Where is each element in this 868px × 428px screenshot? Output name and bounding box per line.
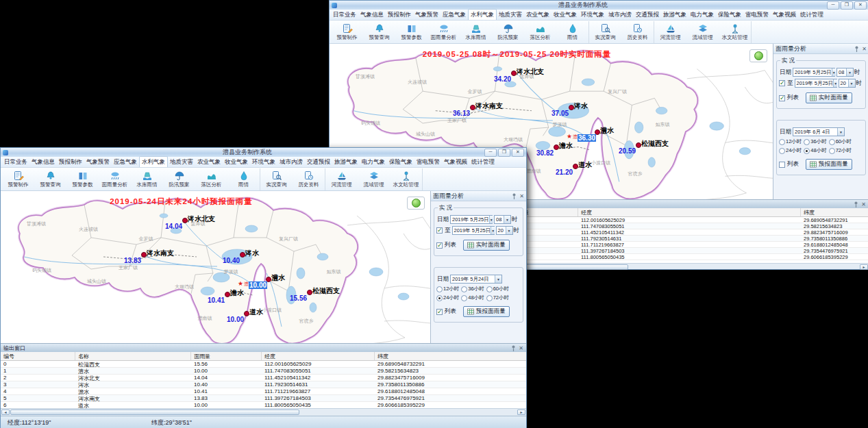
forecast-hours-radio[interactable]: 24小时: [779, 147, 802, 154]
ribbon-tab[interactable]: 统计管理: [469, 157, 497, 167]
tool-rain-info[interactable]: 雨情: [227, 168, 260, 190]
obs-date2-select[interactable]: 2019年 5月25日▼: [452, 226, 495, 235]
forecast-date-select[interactable]: 2019年 5月24日▼: [450, 275, 502, 284]
pin-icon[interactable]: [854, 201, 858, 207]
tool-alert-create[interactable]: 预警制作: [2, 168, 34, 190]
obs-list-checkbox[interactable]: [436, 242, 443, 249]
to-checkbox[interactable]: [779, 80, 785, 86]
obs-hour-from-select[interactable]: 08▼: [836, 68, 854, 77]
ribbon-tab[interactable]: 城市内涝: [606, 10, 634, 20]
tool-area-rainfall[interactable]: 面雨量分析: [99, 168, 131, 190]
ribbon-tab[interactable]: 气象信息: [358, 10, 386, 20]
ribbon-tab[interactable]: 应急气象: [112, 157, 139, 167]
scrollbar-thumb[interactable]: [10, 410, 299, 415]
minimize-button[interactable]: ─: [484, 149, 497, 157]
ribbon-tab[interactable]: 农业气象: [524, 10, 551, 20]
ribbon-tab[interactable]: 日常业务: [331, 10, 358, 20]
ribbon-tab[interactable]: 旅游气象: [332, 157, 360, 167]
ribbon-tab[interactable]: 牧业气象: [551, 10, 579, 20]
forecast-hours-radio[interactable]: 72小时: [829, 147, 852, 154]
scroll-left-icon[interactable]: ◄: [1, 410, 10, 415]
obs-hour-from-select[interactable]: 08▼: [494, 215, 511, 224]
realtime-rainfall-button[interactable]: 实时面雨量: [806, 92, 852, 103]
tool-alert-create[interactable]: 预警制作: [331, 21, 363, 43]
tool-zone-analysis[interactable]: 落区分析: [524, 21, 556, 43]
panel-close-icon[interactable]: ✕: [519, 193, 524, 199]
forecast-rainfall-button[interactable]: 预报面雨量: [806, 159, 852, 170]
forecast-hours-radio[interactable]: 36小时: [804, 138, 826, 145]
ribbon-tab[interactable]: 气象预警: [84, 157, 112, 167]
obs-date-select[interactable]: 2019年 5月25日▼: [450, 215, 493, 224]
to-checkbox[interactable]: [436, 227, 443, 234]
ribbon-tab[interactable]: 预报制作: [57, 157, 84, 167]
tool-flood-plan[interactable]: 防汛预案: [163, 168, 195, 190]
table-row[interactable]: 5 涔水南支 13.83 111.397267184503 29.7354476…: [1, 395, 526, 402]
forecast-hours-radio[interactable]: 24小时: [436, 294, 459, 301]
obs-date2-select[interactable]: 2019年 5月25日▼: [795, 79, 837, 88]
forecast-hours-radio[interactable]: 48小时: [461, 294, 484, 301]
ribbon-tab[interactable]: 交通预报: [634, 10, 661, 20]
minimize-button[interactable]: ─: [827, 1, 839, 10]
table-row[interactable]: 1 澧水 10.00 111.747083055051 29.582156348…: [1, 368, 526, 375]
close-button[interactable]: ✕: [854, 1, 867, 10]
ribbon-tab[interactable]: 牧业气象: [223, 157, 250, 167]
ribbon-tab[interactable]: 保险气象: [716, 10, 743, 20]
ribbon-tab[interactable]: 交通预报: [305, 157, 332, 167]
forecast-hours-radio[interactable]: 12小时: [436, 286, 459, 292]
tool-history-data[interactable]: 历史资料: [293, 168, 325, 190]
pin-icon[interactable]: [511, 345, 516, 351]
output-dock-header[interactable]: 输出窗口 ✕: [1, 344, 526, 352]
ribbon-tab[interactable]: 气象预警: [413, 10, 441, 20]
ribbon-tab[interactable]: 城市内涝: [277, 157, 305, 167]
ribbon-tab[interactable]: 气象视频: [771, 10, 798, 20]
tool-river-manage[interactable]: 河流管理: [654, 21, 686, 43]
ribbon-tab[interactable]: 日常业务: [2, 157, 29, 167]
obs-date-select[interactable]: 2019年 5月25日▼: [793, 68, 835, 77]
ribbon-tab[interactable]: 环境气象: [250, 157, 277, 167]
ribbon-tab[interactable]: 气象视频: [442, 157, 469, 167]
pin-icon[interactable]: [512, 193, 517, 199]
tool-rain-info[interactable]: 雨情: [556, 21, 588, 43]
panel-header[interactable]: 面雨量分析 ✕: [431, 191, 526, 201]
tool-alert-query[interactable]: 预警查询: [34, 168, 66, 190]
ribbon-tab[interactable]: 农业气象: [195, 157, 223, 167]
tool-basin-manage[interactable]: 流域管理: [358, 168, 390, 190]
forecast-hours-radio[interactable]: 60小时: [486, 286, 509, 292]
forecast-hours-radio[interactable]: 60小时: [829, 138, 852, 145]
titlebar[interactable]: 澧县业务制作系统 ─ ❐ ✕: [330, 1, 868, 10]
scroll-right-icon[interactable]: ►: [517, 410, 525, 415]
panel-close-icon[interactable]: ✕: [862, 46, 867, 52]
table-row[interactable]: 6 道水 10.00 111.800565050435 29.606618539…: [1, 402, 526, 408]
ribbon-tab[interactable]: 水利气象: [468, 9, 497, 20]
tool-alert-params[interactable]: 预警参数: [395, 21, 427, 43]
ribbon-tab[interactable]: 地质灾害: [168, 157, 195, 167]
forecast-rainfall-button[interactable]: 预报面雨量: [463, 306, 510, 317]
map-locate-button[interactable]: [407, 197, 425, 210]
forecast-date-select[interactable]: 2019年 6月 4日▼: [793, 127, 845, 136]
ribbon-tab[interactable]: 旅游气象: [661, 10, 689, 20]
realtime-rainfall-button[interactable]: 实时面雨量: [463, 240, 510, 251]
tool-realtime-query[interactable]: 实况查询: [588, 21, 621, 43]
ribbon-tab[interactable]: 环境气象: [579, 10, 606, 20]
table-row[interactable]: 4 澹水 10.41 111.711219663827 29.618801248…: [1, 388, 526, 395]
obs-list-checkbox[interactable]: [779, 95, 785, 101]
tool-river-manage[interactable]: 河流管理: [325, 168, 358, 190]
tool-history-data[interactable]: 历史资料: [621, 21, 654, 43]
panel-header[interactable]: 面雨量分析 ✕: [773, 44, 868, 54]
tool-basin-manage[interactable]: 流域管理: [686, 21, 719, 43]
tool-alert-params[interactable]: 预警参数: [66, 168, 99, 190]
forecast-hours-radio[interactable]: 36小时: [461, 286, 484, 292]
ribbon-tab[interactable]: 电力气象: [360, 157, 387, 167]
ribbon-tab[interactable]: 电力气象: [689, 10, 716, 20]
forecast-hours-radio[interactable]: 48小时: [804, 147, 826, 154]
obs-hour-to-select[interactable]: 20▼: [496, 226, 513, 235]
forecast-list-checkbox[interactable]: [779, 162, 785, 168]
ribbon-tab[interactable]: 水利气象: [139, 156, 168, 167]
obs-hour-to-select[interactable]: 20▼: [839, 79, 856, 88]
scroll-right-icon[interactable]: ►: [860, 264, 868, 270]
ribbon-tab[interactable]: 雷电预警: [743, 10, 771, 20]
table-row[interactable]: 2 涔水北支 14.04 111.452105411342 29.8823475…: [1, 375, 526, 381]
titlebar[interactable]: 澧县业务制作系统 ─ ❐ ✕: [1, 148, 526, 157]
forecast-hours-radio[interactable]: 72小时: [486, 294, 509, 301]
restore-button[interactable]: ❐: [841, 1, 853, 10]
